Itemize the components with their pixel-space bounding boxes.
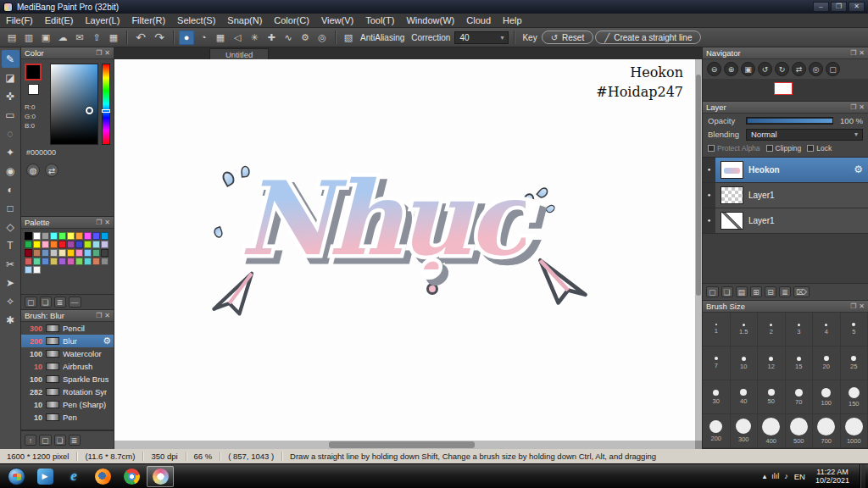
grid-view-icon[interactable]: ▦ [106, 30, 121, 45]
straight-line-button[interactable]: ╱ Create a straight line [595, 30, 701, 44]
panel-popout-icon[interactable]: ❐ [850, 49, 856, 57]
gradient-strip-icon[interactable]: — [69, 297, 81, 308]
brush-size-option[interactable]: 15 [786, 347, 814, 380]
brush-size-option[interactable]: 300 [731, 414, 759, 448]
eyedropper-tool[interactable]: ✧ [2, 292, 19, 310]
comment-icon[interactable]: ✉ [72, 30, 87, 45]
key-label[interactable]: Key [520, 33, 539, 42]
transfer-layer-icon[interactable]: ⊟ [765, 286, 776, 297]
brush-size-option[interactable]: 2 [758, 313, 786, 347]
palette-swatch[interactable] [67, 258, 75, 265]
palette-swatch[interactable] [75, 241, 83, 248]
brush-size-option[interactable]: 20 [813, 347, 841, 380]
palette-swatch[interactable] [92, 249, 100, 257]
menu-item-window[interactable]: Window(W) [400, 15, 460, 25]
hue-slider[interactable] [102, 64, 110, 145]
palette-swatch[interactable] [67, 232, 75, 240]
new-canvas-icon[interactable]: ▤ [4, 30, 19, 45]
palette-swatch[interactable] [92, 241, 100, 248]
palette-swatch[interactable] [101, 249, 108, 257]
taskbar-firefox[interactable] [89, 466, 116, 487]
menu-item-filter[interactable]: Filter(R) [125, 15, 171, 25]
palette-swatch[interactable] [84, 232, 92, 240]
duplicate-color-icon[interactable]: ❏ [40, 297, 52, 308]
palette-swatch[interactable] [58, 258, 66, 265]
palette-swatch[interactable] [42, 241, 49, 248]
start-button[interactable] [2, 464, 31, 488]
palette-swatch[interactable] [92, 258, 100, 265]
palette-swatch[interactable] [84, 241, 92, 248]
palette-swatch[interactable] [25, 258, 32, 265]
layer-visibility-icon[interactable]: ● [703, 183, 715, 208]
layer-folder-icon[interactable]: ▤ [736, 286, 748, 297]
move-tool[interactable]: ✜ [2, 87, 19, 105]
foreground-color-swatch[interactable] [25, 64, 42, 80]
palette-swatch[interactable] [84, 258, 92, 265]
layer-row[interactable]: ● Heokon ⚙ [703, 158, 868, 183]
color-wheel-icon[interactable]: ◍ [26, 164, 40, 177]
layer-settings-icon[interactable]: ⚙ [854, 164, 863, 175]
palette-swatch[interactable] [33, 266, 41, 274]
panel-popout-icon[interactable]: ❐ [850, 103, 856, 111]
horizontal-scrollbar-thumb[interactable] [329, 441, 474, 448]
operation-tool[interactable]: ➤ [2, 274, 19, 291]
brush-size-option[interactable]: 500 [786, 414, 814, 448]
brush-size-option[interactable]: 4 [813, 313, 841, 347]
brush-size-option[interactable]: 100 [813, 380, 841, 414]
close-button[interactable]: ✕ [849, 2, 865, 12]
menu-item-cloud[interactable]: Cloud [460, 15, 497, 25]
panel-popout-icon[interactable]: ❐ [850, 302, 856, 310]
palette-swatch[interactable] [67, 249, 75, 257]
palette-swatch[interactable] [75, 258, 83, 265]
bucket-tool[interactable]: ◉ [2, 162, 19, 180]
brush-item[interactable]: 10 Pen [21, 411, 114, 424]
hand-tool[interactable]: ✱ [2, 311, 19, 329]
open-icon[interactable]: ▥ [21, 30, 36, 45]
brush-size-option[interactable]: 12 [758, 347, 786, 380]
palette-swatch[interactable] [101, 258, 108, 265]
brush-size-option[interactable]: 200 [703, 414, 731, 448]
hue-marker-icon[interactable] [102, 109, 110, 113]
palette-swatch[interactable] [58, 232, 66, 240]
brush-item[interactable]: 282 Rotation Syr [21, 385, 114, 398]
duplicate-layer-icon[interactable]: ❏ [721, 286, 733, 297]
brush-size-option[interactable]: 25 [841, 347, 868, 380]
palette-menu-icon[interactable]: ≣ [54, 297, 66, 308]
brush-preview-icon[interactable]: ● [179, 30, 194, 45]
brush-item[interactable]: 100 Watercolor [21, 347, 114, 360]
add-color-icon[interactable]: ▢ [25, 297, 37, 308]
palette-swatch[interactable] [58, 249, 66, 257]
show-desktop-button[interactable] [860, 464, 865, 488]
brush-item[interactable]: 300 Pencil [21, 322, 114, 335]
clipping-option[interactable]: Clipping [766, 144, 802, 152]
snap-settings-icon[interactable]: ⚙ [298, 30, 313, 45]
maximize-button[interactable]: ❐ [831, 2, 847, 12]
opacity-slider[interactable] [746, 117, 833, 125]
fit-window-icon[interactable]: ▣ [741, 62, 755, 76]
snap-curve-icon[interactable]: ∿ [281, 30, 296, 45]
rotate-right-icon[interactable]: ↻ [775, 62, 789, 76]
polygon-tool[interactable]: ◇ [2, 218, 19, 236]
menu-item-edit[interactable]: Edit(E) [39, 15, 80, 25]
palette-swatch[interactable] [33, 241, 41, 248]
grid-snap-icon[interactable]: ▦ [213, 30, 228, 45]
network-icon[interactable]: ılıl [771, 472, 779, 480]
clock[interactable]: 11:22 AM 10/2/2021 [811, 468, 854, 485]
correction-select[interactable]: 40 ▾ [454, 31, 509, 44]
swap-colors-icon[interactable]: ⇄ [45, 164, 58, 177]
palette-swatch[interactable] [25, 232, 32, 240]
layer-row[interactable]: ● Layer1 [703, 183, 868, 208]
panel-close-icon[interactable]: ✕ [859, 103, 865, 111]
canvas-tab[interactable]: Untitled [209, 48, 269, 59]
lasso-tool[interactable]: ◌ [2, 125, 19, 142]
delete-layer-icon[interactable]: ⌦ [793, 286, 810, 297]
palette-swatch[interactable] [75, 232, 83, 240]
layer-row[interactable]: ● Layer1 [703, 208, 868, 234]
new-brush-icon[interactable]: ▢ [39, 435, 52, 446]
brush-size-option[interactable]: 3 [786, 313, 814, 347]
brush-item[interactable]: 10 Pen (Sharp) [21, 398, 114, 411]
reset-view-icon[interactable]: ◎ [809, 62, 823, 76]
palette-swatch[interactable] [33, 232, 41, 240]
panel-close-icon[interactable]: ✕ [859, 302, 865, 310]
palette-swatch[interactable] [33, 258, 41, 265]
